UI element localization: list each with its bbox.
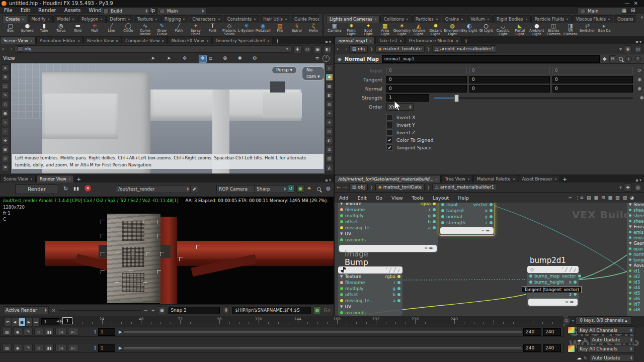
texture-node-top[interactable]: ▼Texturergbafilenamermultiplygoffsetbmis… [338, 203, 438, 253]
input-field-1[interactable]: 0 [469, 67, 550, 74]
net-menu-edit[interactable]: Edit [353, 195, 371, 201]
chevron-down-icon[interactable]: ▾ [286, 46, 288, 52]
tab-oceans[interactable]: Oceans [614, 15, 636, 23]
shelf-tool-stereo-camera[interactable]: ◫Stereo Camera [545, 23, 562, 37]
range-start-field[interactable]: 1 [98, 328, 115, 336]
shelf-tool-camera[interactable]: ▣Camera [326, 23, 343, 37]
tab-vellum[interactable]: Vellum [467, 15, 493, 23]
viewport-tool-icon-7[interactable]: ⌗ [2, 128, 9, 135]
shelf-tool-sky-light[interactable]: ◐Sky Light [461, 23, 478, 37]
viewport-tool-icon-5[interactable]: ● [2, 110, 9, 117]
viewport-display-icon-4[interactable]: ◍ [326, 101, 333, 108]
snap-slider[interactable] [58, 310, 141, 311]
display-options-icon[interactable]: ≡ [315, 55, 319, 61]
tab-constraints[interactable]: Constraints [224, 15, 260, 23]
range-end-field-1[interactable]: 240 [523, 328, 541, 336]
normal-field-1[interactable]: 0 [469, 85, 550, 93]
prev-key-icon[interactable]: |◀ [55, 344, 66, 352]
viewport-tool-icons[interactable]: ➤ ➤ ✥ [151, 55, 192, 61]
tab-deform[interactable]: Deform [106, 15, 133, 23]
tab-hair-utils[interactable]: Hair Utils [260, 15, 290, 23]
viewport-display-icon-0[interactable]: ⌂ [326, 64, 333, 72]
search-icon[interactable] [619, 57, 623, 61]
shelf-tool-portal-light[interactable]: ◣Portal Light [512, 23, 529, 37]
shelf-tool-torus[interactable]: ◎Torus [52, 23, 69, 37]
tab-particle-fluids[interactable]: Particle Fluids [531, 15, 572, 23]
checkbox[interactable]: ✔ [386, 144, 393, 151]
menu-edit[interactable]: Edit [17, 7, 34, 14]
chevron-down-icon[interactable]: ▾ [619, 185, 622, 190]
go-button[interactable]: Go [324, 308, 331, 313]
viewport-tool-icon-3[interactable]: ✎ [2, 92, 9, 99]
strength-slider[interactable] [434, 95, 633, 101]
new-tab-button[interactable]: + [76, 176, 81, 183]
tab-normal-map1[interactable]: normal_map1 [335, 37, 375, 44]
playbar-icon-3[interactable]: ⊙ [34, 344, 43, 352]
snapshot-camera-icon[interactable]: ▣ [158, 306, 166, 314]
stop-playback-icon[interactable]: ■ [18, 318, 26, 326]
auto-update-button[interactable]: Auto Update▲▼ [590, 336, 635, 343]
viewport-tool-icon-10[interactable]: ◎ [2, 155, 9, 162]
tab-scene-view[interactable]: Scene View [0, 37, 36, 44]
crumb-obj[interactable]: ▤obj [349, 45, 368, 53]
back-icon[interactable]: ← [337, 46, 341, 52]
viewport-display-icon-3[interactable]: ◧ [326, 92, 333, 99]
persp-button[interactable]: Persp ▾ [272, 66, 297, 74]
shelf-tool-point-light[interactable]: ✷Point Light [343, 23, 360, 37]
plus-icon[interactable]: ＋ [150, 307, 155, 314]
viewport-display-icon-8[interactable]: ◐ [326, 137, 333, 144]
lane-gear-icon[interactable]: ⟳ [637, 68, 641, 73]
main-combo-right[interactable]: Main [578, 8, 623, 15]
info-icon[interactable]: i [625, 56, 632, 62]
tab-performance-monitor[interactable]: Performance Monitor [406, 37, 461, 44]
menu-render[interactable]: Render [34, 7, 60, 14]
network-menu-icons[interactable]: ✂⋮≡▤▦⊞▩▨▧◕ [569, 195, 644, 200]
network-editor[interactable]: VEX Builder ▼Texturergbafilenamermultipl… [335, 203, 644, 316]
shelf-tool-l-system[interactable]: ✳L-System [238, 23, 255, 37]
lane-gear-icon[interactable]: ✱ [637, 77, 641, 82]
tab-polygon[interactable]: Polygon [78, 15, 106, 23]
tab-collisions[interactable]: Collisions [380, 15, 412, 23]
shelf-tool-ambient-light[interactable]: ●Ambient Light [528, 23, 545, 37]
playhead-marker[interactable]: 1 [62, 317, 72, 324]
back-icon[interactable]: ← [2, 46, 6, 52]
tab-lights-and-cameras[interactable]: Lights and Cameras [326, 15, 380, 23]
shelf-tool-null[interactable]: ✛Null [86, 23, 103, 37]
auto-update-button-2[interactable]: Auto Update▲▼ [590, 354, 635, 361]
crumb-matnet_toriiGate[interactable]: ◈matnet_toriiGate [375, 45, 425, 53]
shelf-tool-spot-light[interactable]: ✦Spot Light [360, 23, 377, 37]
tab-render-view[interactable]: Render View [84, 37, 121, 44]
tab-animation-editor[interactable]: Animation Editor [36, 37, 83, 44]
link-icon[interactable]: ◎ [634, 184, 642, 192]
help-icon[interactable]: ? [634, 56, 641, 62]
tangent-field-1[interactable]: 0 [469, 76, 550, 83]
view-menu[interactable]: View [3, 55, 15, 61]
crumb-arnold_materialbuilder1[interactable]: △arnold_materialbuilder1 [432, 45, 498, 53]
playbar-icon-2[interactable]: ↷ [24, 344, 33, 352]
viewport-tool-icon-1[interactable]: ✥ [2, 73, 9, 81]
viewport-display-icon-10[interactable]: ▧ [326, 155, 333, 162]
tab-render-view[interactable]: Render View [36, 175, 74, 183]
gear-icon[interactable]: ✱ [603, 56, 607, 62]
link-icon[interactable]: ◎ [303, 45, 311, 53]
shelf-tool-curve-bezier[interactable]: ∿Curve Bezier [137, 23, 153, 37]
checkbox[interactable] [386, 114, 393, 121]
range-slider-handle[interactable]: ▶ [119, 345, 122, 350]
tab-composite-view[interactable]: Composite View [122, 37, 167, 44]
jump-start-icon[interactable]: ⏮ [4, 318, 12, 326]
tab-viscous-fluids[interactable]: Viscous Fluids [572, 15, 613, 23]
lane-gear-icon[interactable]: ✱ [637, 86, 641, 92]
next-key-icon[interactable]: ▶| [68, 328, 79, 336]
playbar-icon-1[interactable]: ◉ [13, 328, 22, 336]
playbar-icon-1[interactable]: ◉ [13, 344, 22, 352]
viewport-tool-icon-9[interactable]: ▣ [2, 146, 9, 153]
shelf-tool-caustic-light[interactable]: ◡Caustic Light [495, 23, 512, 37]
pin-icon[interactable]: ✚ [293, 45, 301, 53]
viewport-display-icon-9[interactable]: ≣ [326, 146, 333, 153]
tab-model[interactable]: Model [53, 15, 77, 23]
shelf-tool-switcher[interactable]: ⇄Switcher [579, 23, 596, 37]
range-end-field-2[interactable]: 240 [543, 344, 561, 352]
range-slider[interactable] [124, 331, 522, 333]
range-start-field[interactable]: 1 [98, 344, 115, 352]
snap-path-field[interactable]: $HIP/ipr/$SNAPNAME.$F4.$S [232, 307, 310, 314]
